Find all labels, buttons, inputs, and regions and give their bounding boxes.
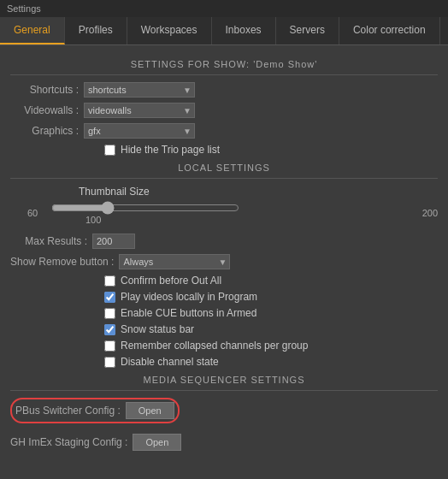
enable-cue-label: Enable CUE buttons in Armed (121, 307, 256, 319)
disable-channel-row: Disable channel state (104, 356, 438, 368)
disable-channel-checkbox[interactable] (104, 357, 115, 368)
hide-trio-label: Hide the Trio page list (121, 144, 220, 156)
remember-collapsed-checkbox[interactable] (104, 340, 115, 352)
max-results-input[interactable] (92, 234, 135, 249)
show-status-checkbox[interactable] (104, 324, 115, 335)
show-status-row: Snow status bar (104, 323, 438, 335)
enable-cue-row: Enable CUE buttons in Armed (104, 307, 438, 319)
slider-container: 60 100 200 (27, 201, 438, 225)
slider-max-value: 200 (422, 208, 438, 218)
play-videos-checkbox[interactable] (104, 292, 115, 303)
thumbnail-size-title: Thumbnail Size (79, 186, 438, 198)
graphics-select[interactable]: gfx (84, 123, 195, 139)
slider-current-value: 100 (85, 215, 101, 225)
slider-wrapper: 100 (51, 201, 416, 225)
videowalls-select[interactable]: videowalls (84, 103, 195, 118)
show-remove-select-wrapper[interactable]: Always Never Conditionally ▼ (119, 254, 230, 269)
media-sequencer-section: MEDIA SEQUENCER SETTINGS PBus Switcher C… (10, 375, 438, 451)
tab-inboxes[interactable]: Inboxes (212, 17, 276, 44)
local-settings-header: LOCAL SETTINGS (10, 163, 438, 173)
shortcuts-select[interactable]: shortcuts (84, 82, 195, 98)
show-remove-select[interactable]: Always Never Conditionally (119, 254, 230, 269)
media-sequencer-header: MEDIA SEQUENCER SETTINGS (10, 375, 438, 385)
tab-workspaces[interactable]: Workspaces (127, 17, 212, 44)
disable-channel-label: Disable channel state (121, 356, 219, 368)
tab-general[interactable]: General (0, 17, 65, 44)
shortcuts-select-wrapper[interactable]: shortcuts ▼ (84, 82, 195, 98)
hide-trio-checkbox[interactable] (104, 145, 115, 156)
tab-servers[interactable]: Servers (276, 17, 339, 44)
pbus-config-row: PBus Switcher Config : Open (10, 398, 438, 429)
pbus-highlighted-row: PBus Switcher Config : Open (10, 398, 180, 423)
play-videos-label: Play videos locally in Program (121, 291, 257, 303)
shortcuts-row: Shortcuts : shortcuts ▼ (10, 82, 438, 98)
play-videos-row: Play videos locally in Program (104, 291, 438, 303)
tab-color-correction[interactable]: Color correction (339, 17, 440, 44)
graphics-select-wrapper[interactable]: gfx ▼ (84, 123, 195, 139)
slider-min-value: 60 (27, 208, 44, 218)
remember-collapsed-row: Remember collapsed channels per group (104, 340, 438, 352)
tab-bar: General Profiles Workspaces Inboxes Serv… (0, 17, 448, 45)
show-settings-header: SETTINGS FOR SHOW: 'Demo Show' (10, 59, 438, 69)
settings-content: SETTINGS FOR SHOW: 'Demo Show' Shortcuts… (0, 45, 448, 476)
show-remove-button-row: Show Remove button : Always Never Condit… (10, 254, 438, 269)
graphics-label: Graphics : (10, 125, 79, 137)
thumbnail-size-slider[interactable] (51, 201, 239, 215)
gh-label: GH ImEx Staging Config : (10, 436, 127, 448)
enable-cue-checkbox[interactable] (104, 308, 115, 319)
pbus-label: PBus Switcher Config : (15, 405, 121, 417)
shortcuts-label: Shortcuts : (10, 84, 79, 96)
show-remove-label: Show Remove button : (10, 256, 114, 268)
confirm-out-row: Confirm before Out All (104, 275, 438, 287)
confirm-out-label: Confirm before Out All (121, 275, 221, 287)
videowalls-row: Videowalls : videowalls ▼ (10, 103, 438, 118)
graphics-row: Graphics : gfx ▼ (10, 123, 438, 139)
gh-open-button[interactable]: Open (133, 434, 181, 451)
thumbnail-size-section: Thumbnail Size 60 100 200 (27, 186, 438, 225)
window-title: Settings (7, 3, 41, 14)
tab-profiles[interactable]: Profiles (65, 17, 127, 44)
hide-trio-row: Hide the Trio page list (104, 144, 438, 156)
title-bar: Settings (0, 0, 448, 17)
confirm-out-checkbox[interactable] (104, 275, 115, 287)
show-status-label: Snow status bar (121, 323, 194, 335)
remember-collapsed-label: Remember collapsed channels per group (121, 340, 308, 352)
pbus-open-button[interactable]: Open (126, 402, 174, 419)
max-results-row: Max Results : (10, 234, 438, 249)
videowalls-label: Videowalls : (10, 104, 79, 116)
max-results-label: Max Results : (10, 235, 87, 247)
local-settings-section: LOCAL SETTINGS Thumbnail Size 60 100 200… (10, 163, 438, 368)
gh-config-row: GH ImEx Staging Config : Open (10, 434, 438, 451)
videowalls-select-wrapper[interactable]: videowalls ▼ (84, 103, 195, 118)
